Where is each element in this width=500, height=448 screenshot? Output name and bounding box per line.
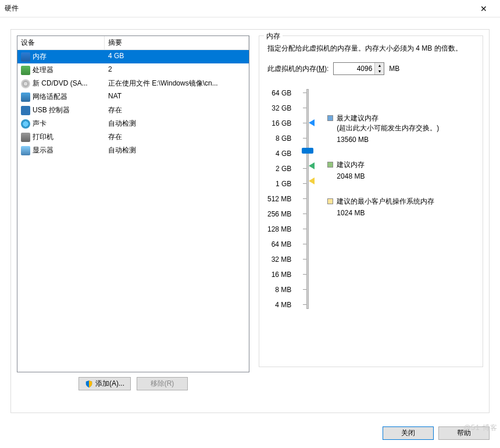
hardware-row-dsp[interactable]: 显示器自动检测 [17,144,249,157]
square-yellow-icon [327,198,333,204]
marker-recommended-icon [309,162,315,169]
square-green-icon [327,162,333,168]
help-button[interactable]: 帮助 [438,426,490,440]
remove-button: 移除(R) [137,377,188,390]
hardware-row-prn[interactable]: 打印机存在 [17,130,249,144]
memory-label: 此虚拟机的内存(M): [267,64,328,74]
dsp-icon [21,146,30,155]
memory-group: 内存 指定分配给此虚拟机的内存量。内存大小必须为 4 MB 的倍数。 此虚拟机的… [259,35,483,367]
slider-tick-labels: 64 GB32 GB16 GB8 GB4 GB2 GB1 GB512 MB256… [267,86,291,312]
memory-input[interactable] [334,63,374,74]
hardware-row-mem[interactable]: 内存4 GB [17,50,249,63]
marker-min-icon [309,177,315,184]
shield-icon [85,380,93,388]
marker-max-icon [309,119,315,126]
memory-slider[interactable] [301,86,318,312]
memory-unit: MB [389,65,399,73]
legend-min: 建议的最小客户机操作系统内存 1024 MB [327,197,474,217]
col-summary[interactable]: 摘要 [105,36,249,49]
prn-icon [21,133,30,142]
add-button[interactable]: 添加(A)... [78,377,131,390]
titlebar: 硬件 ✕ [0,0,500,17]
memory-desc: 指定分配给此虚拟机的内存量。内存大小必须为 4 MB 的倍数。 [267,43,474,54]
memory-spinner[interactable]: ▲▼ [333,62,384,75]
add-button-label: 添加(A)... [95,379,124,389]
hardware-row-net[interactable]: 网络适配器NAT [17,90,249,104]
net-icon [21,93,30,102]
hardware-row-cpu[interactable]: 处理器2 [17,63,249,77]
spin-down-icon[interactable]: ▼ [375,69,384,74]
cpu-icon [21,66,30,75]
remove-button-label: 移除(R) [151,379,174,389]
group-title: 内存 [264,31,283,41]
hardware-row-snd[interactable]: 声卡自动检测 [17,117,249,130]
snd-icon [21,119,30,129]
hardware-row-cd[interactable]: 新 CD/DVD (SA...正在使用文件 E:\Windows镜像\cn... [17,77,249,90]
cd-icon [21,79,30,88]
close-button[interactable]: 关闭 [383,426,434,440]
dialog-frame: 设备 摘要 内存4 GB处理器2新 CD/DVD (SA...正在使用文件 E:… [10,29,490,413]
hardware-row-usb[interactable]: USB 控制器存在 [17,104,249,117]
legend-recommended: 建议内存 2048 MB [327,160,474,180]
spin-up-icon[interactable]: ▲ [375,63,384,69]
col-device[interactable]: 设备 [17,36,105,49]
mem-icon [21,52,30,62]
slider-thumb[interactable] [302,148,313,154]
hardware-list[interactable]: 设备 摘要 内存4 GB处理器2新 CD/DVD (SA...正在使用文件 E:… [17,35,249,372]
usb-icon [21,106,30,115]
window-title: 硬件 [5,3,19,13]
hardware-list-header: 设备 摘要 [17,36,249,50]
square-blue-icon [327,115,333,121]
legend-max: 最大建议内存 (超出此大小可能发生内存交换。) 13560 MB [327,113,474,144]
close-icon[interactable]: ✕ [472,4,495,13]
